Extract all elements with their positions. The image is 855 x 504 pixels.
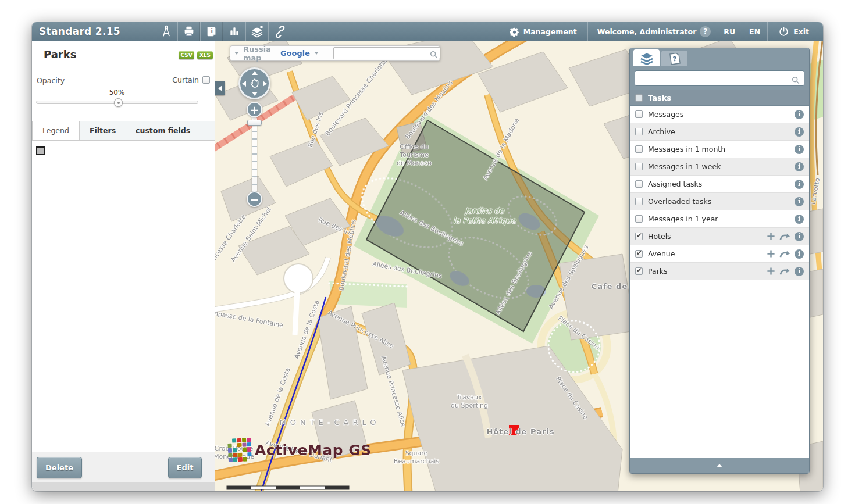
layer-panel-footer: Delete Edit (32, 452, 215, 482)
info-icon[interactable]: i (795, 232, 804, 241)
layer-row[interactable]: Messages i (630, 106, 809, 123)
layer-checkbox[interactable] (635, 145, 643, 153)
layer-checkbox[interactable] (635, 267, 643, 275)
reference-book-icon[interactable]: i (201, 22, 223, 41)
export-csv-button[interactable]: CSV (179, 51, 194, 59)
curved-arrow-icon[interactable] (779, 233, 790, 241)
pan-up-icon[interactable] (252, 71, 258, 75)
info-icon[interactable]: i (795, 162, 804, 171)
layer-row[interactable]: Hotels i (630, 228, 809, 245)
add-object-icon[interactable] (767, 232, 775, 241)
toolbar-icon-group: i (155, 22, 291, 41)
scale-bar (227, 486, 349, 489)
layer-tab-label: custom fields (136, 126, 190, 135)
zoom-slider[interactable] (252, 117, 257, 192)
measure-icon[interactable] (155, 22, 177, 41)
pan-left-icon[interactable] (242, 81, 246, 87)
layer-row[interactable]: Messages in 1 month i (630, 141, 809, 158)
layer-tab-label: Filters (90, 126, 116, 135)
layer-checkbox[interactable] (635, 110, 643, 118)
layer-tab[interactable]: Filters (80, 121, 126, 140)
chevron-down-icon[interactable] (314, 52, 319, 55)
opacity-slider[interactable] (36, 101, 198, 104)
layer-row[interactable]: Overloaded tasks i (630, 193, 809, 210)
page-question-icon: ? (668, 52, 682, 65)
collapse-panel-button[interactable] (215, 81, 225, 95)
map-search-input[interactable] (333, 47, 440, 59)
lang-en-link[interactable]: EN (742, 27, 767, 36)
info-icon[interactable]: i (795, 110, 804, 119)
layers-search-input[interactable] (635, 70, 804, 86)
layer-checkbox[interactable] (635, 233, 643, 240)
layer-label: Archive (648, 127, 789, 136)
help-icon[interactable]: ? (700, 26, 711, 37)
exit-button[interactable]: Exit (768, 22, 823, 41)
layer-checkbox[interactable] (635, 250, 643, 258)
edit-button[interactable]: Edit (168, 457, 202, 478)
layer-label: Parks (648, 267, 761, 276)
tasks-group-title: Tasks (648, 94, 671, 102)
pan-right-icon[interactable] (263, 81, 267, 87)
info-icon[interactable]: i (795, 127, 804, 137)
add-layer-icon[interactable] (246, 22, 268, 41)
layer-tab-label: Legend (42, 126, 69, 135)
gear-icon (510, 27, 519, 37)
info-icon[interactable]: i (795, 180, 804, 189)
layer-tab[interactable]: Legend (32, 121, 80, 140)
info-icon[interactable]: i (795, 215, 804, 224)
layer-checkbox[interactable] (635, 198, 643, 205)
curved-arrow-icon[interactable] (779, 267, 790, 276)
info-icon[interactable]: i (795, 197, 804, 206)
layer-row[interactable]: Messages in 1 year i (630, 210, 809, 228)
link-icon[interactable] (269, 22, 291, 41)
layer-label: Messages (648, 110, 789, 119)
provider-select[interactable]: Google (280, 49, 310, 58)
tab-layers[interactable] (633, 49, 660, 66)
lang-ru-link[interactable]: RU (717, 27, 742, 36)
layer-tab[interactable]: custom fields (126, 121, 200, 140)
layer-checkbox[interactable] (635, 128, 643, 135)
opacity-slider-thumb[interactable] (114, 98, 123, 107)
info-icon[interactable]: i (795, 249, 804, 259)
layer-checkbox[interactable] (635, 215, 643, 223)
layer-row[interactable]: Messages in 1 week i (630, 158, 809, 176)
chevron-down-icon[interactable] (234, 52, 239, 55)
pan-control[interactable] (238, 67, 270, 99)
layer-row[interactable]: Parks i (630, 263, 809, 280)
layer-row[interactable]: Assigned tasks i (630, 176, 809, 193)
layer-label: Messages in 1 year (648, 215, 789, 223)
zoom-out-button[interactable]: − (247, 191, 262, 207)
layer-row[interactable]: Avenue i (630, 245, 809, 263)
export-xls-button[interactable]: XLS (197, 51, 213, 59)
hand-icon (248, 76, 262, 90)
delete-button[interactable]: Delete (37, 457, 82, 478)
tasks-group-header[interactable]: Tasks (630, 90, 809, 106)
zoom-slider-handle[interactable] (247, 120, 262, 126)
welcome-text: Welcome, Administrator (588, 27, 700, 36)
add-object-icon[interactable] (767, 267, 775, 276)
base-layer-select[interactable]: Russia map (243, 45, 271, 62)
layer-row[interactable]: Archive i (630, 123, 809, 141)
print-icon[interactable] (178, 22, 200, 41)
layer-label: Overloaded tasks (648, 197, 789, 206)
zoom-in-button[interactable]: + (247, 102, 262, 117)
curtain-checkbox[interactable] (202, 76, 210, 84)
search-icon (792, 76, 800, 84)
svg-text:i: i (211, 28, 213, 34)
layer-checkbox[interactable] (635, 180, 643, 188)
curved-arrow-icon[interactable] (779, 250, 790, 258)
layer-tabs: Legend Filters custom fields (32, 121, 215, 141)
pan-down-icon[interactable] (252, 92, 258, 96)
tasks-group-checkbox[interactable] (635, 94, 643, 102)
layer-title: Parks (44, 48, 76, 60)
info-icon[interactable]: i (795, 267, 804, 276)
info-icon[interactable]: i (795, 145, 804, 154)
panel-bottom-strip (32, 482, 215, 491)
statistics-icon[interactable] (223, 22, 245, 41)
add-object-icon[interactable] (767, 249, 775, 258)
panel-collapse-button[interactable] (630, 458, 809, 473)
tab-journal[interactable]: ? (661, 51, 687, 66)
management-button[interactable]: Management (499, 22, 587, 41)
layers-icon (639, 52, 654, 65)
layer-checkbox[interactable] (635, 163, 643, 170)
